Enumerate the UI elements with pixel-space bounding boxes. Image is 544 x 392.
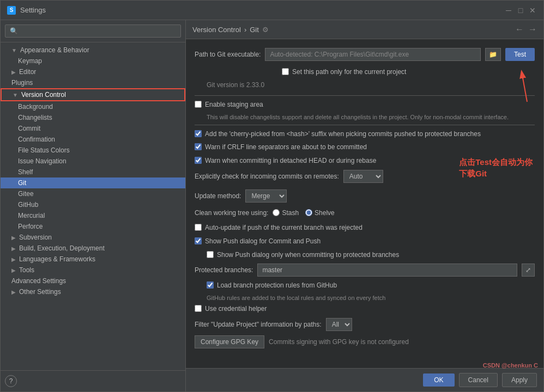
sidebar-item-label: Git [18,179,26,187]
staging-sublabel: This will disable changelists support an… [207,114,535,120]
sidebar-item-gitee[interactable]: Gitee [1,188,185,199]
update-method-label: Update method: [195,192,241,200]
sidebar-item-build-execution[interactable]: ▶ Build, Execution, Deployment [1,243,185,254]
panel-container: Version Control › Git ⚙ ← → Path to Git … [186,20,543,391]
set-path-checkbox[interactable] [282,68,289,75]
sidebar-item-label: Perforce [18,223,43,230]
warn-detached-row: Warn when committing in detached HEAD or… [195,156,535,166]
protected-branches-expand-button[interactable]: ⤢ [522,264,535,277]
gpg-row: Configure GPG Key Commits signing with G… [195,335,535,348]
ok-button[interactable]: OK [423,373,454,387]
show-push-dialog-label: Show Push dialog for Commit and Push [205,237,321,246]
configure-gpg-button[interactable]: Configure GPG Key [195,335,264,348]
breadcrumb: Version Control › Git ⚙ [192,26,269,34]
shelve-radio[interactable] [305,209,312,216]
sidebar-item-perforce[interactable]: Perforce [1,221,185,232]
sidebar-item-label: Tools [19,266,34,274]
stash-radio-label[interactable]: Stash [273,209,299,217]
use-credential-helper-checkbox[interactable] [195,305,202,312]
sidebar-item-advanced-settings[interactable]: Advanced Settings [1,275,185,286]
sidebar: ▼ Appearance & Behavior Keymap ▶ Editor … [1,20,186,391]
path-to-git-row: Path to Git executable: 📁 Test [195,48,535,61]
browse-button[interactable]: 📁 [485,48,501,61]
sidebar-item-background[interactable]: Background [1,101,185,112]
maximize-button[interactable]: □ [516,6,525,15]
sidebar-item-appearance[interactable]: ▼ Appearance & Behavior [1,45,185,56]
auto-update-row: Auto-update if push of the current branc… [195,223,535,232]
load-branch-protection-label: Load branch protection rules from GitHub [217,281,337,290]
sidebar-item-label: Editor [19,68,36,76]
show-push-dialog-protected-row: Show Push dialog only when committing to… [207,250,535,260]
sidebar-item-editor[interactable]: ▶ Editor [1,66,185,77]
sidebar-item-plugins[interactable]: Plugins [1,77,185,88]
sidebar-item-label: Confirmation [18,136,55,143]
warn-detached-checkbox[interactable] [195,157,202,164]
apply-button[interactable]: Apply [502,373,537,387]
sidebar-item-version-control[interactable]: ▼ Version Control [1,88,185,101]
close-button[interactable]: ✕ [528,6,537,15]
back-button[interactable]: ← [515,24,524,34]
cancel-button[interactable]: Cancel [459,373,498,387]
breadcrumb-part2: Git [250,26,259,34]
breadcrumb-part1: Version Control [192,26,241,34]
sidebar-item-other-settings[interactable]: ▶ Other Settings [1,286,185,297]
auto-update-checkbox[interactable] [195,224,202,231]
stash-radio[interactable] [273,209,280,216]
path-input[interactable] [265,48,481,61]
sidebar-item-git[interactable]: Git [1,177,185,188]
load-branch-protection-checkbox[interactable] [207,281,214,289]
sidebar-item-issue-navigation[interactable]: Issue Navigation [1,156,185,167]
enable-staging-checkbox[interactable] [195,101,202,108]
filter-select[interactable]: All [326,318,352,331]
minimize-button[interactable]: ─ [504,6,513,15]
expand-icon: ▶ [11,69,16,75]
check-incoming-select[interactable]: Auto Always Never [343,170,383,183]
sidebar-item-tools[interactable]: ▶ Tools [1,265,185,275]
path-label: Path to Git executable: [195,51,261,58]
show-push-dialog-checkbox[interactable] [195,237,202,244]
show-push-dialog-protected-checkbox[interactable] [207,251,214,258]
sidebar-item-mercurial[interactable]: Mercurial [1,210,185,221]
help-button[interactable]: ? [5,375,17,387]
header-nav: ← → [515,24,537,34]
sidebar-item-commit[interactable]: Commit [1,123,185,134]
filter-label: Filter "Update Project" information by p… [195,321,322,328]
sidebar-item-shelf[interactable]: Shelf [1,167,185,177]
protected-branches-input[interactable] [257,264,517,277]
sidebar-item-label: Build, Execution, Deployment [19,244,105,252]
cherry-pick-checkbox[interactable] [195,130,202,137]
sidebar-item-label: Version Control [21,91,66,99]
clean-working-tree-label: Clean working tree using: [195,209,268,217]
sidebar-item-label: Subversion [19,234,52,241]
expand-icon: ▶ [11,267,16,273]
github-rules-note: GitHub rules are added to the local rule… [207,295,535,301]
gpg-note: Commits signing with GPG key is not conf… [269,338,409,346]
enable-staging-row: Enable staging area [195,100,535,109]
sidebar-item-subversion[interactable]: ▶ Subversion [1,232,185,243]
forward-button[interactable]: → [528,24,537,34]
sidebar-footer: ? [1,370,185,391]
shelve-radio-label[interactable]: Shelve [305,209,335,217]
search-box [1,20,185,42]
load-branch-protection-row: Load branch protection rules from GitHub [207,281,535,290]
sidebar-item-changelists[interactable]: Changelists [1,112,185,123]
sidebar-item-label: Issue Navigation [18,157,67,165]
sidebar-item-languages[interactable]: ▶ Languages & Frameworks [1,254,185,265]
show-push-dialog-row: Show Push dialog for Commit and Push [195,237,535,246]
use-credential-helper-row: Use credential helper [195,304,535,314]
sidebar-item-file-status-colors[interactable]: File Status Colors [1,145,185,156]
search-input[interactable] [5,24,181,38]
sidebar-item-confirmation[interactable]: Confirmation [1,134,185,145]
sidebar-item-label: Gitee [18,190,34,198]
sidebar-item-label: File Status Colors [18,146,70,154]
auto-update-label: Auto-update if push of the current branc… [205,223,362,232]
update-method-row: Update method: Merge Rebase [195,189,535,203]
update-method-select[interactable]: Merge Rebase [245,189,287,203]
sidebar-item-github[interactable]: GitHub [1,199,185,210]
sidebar-item-label: Languages & Frameworks [19,255,95,263]
warn-crlf-checkbox[interactable] [195,143,202,150]
sidebar-item-keymap[interactable]: Keymap [1,56,185,66]
sidebar-tree: ▼ Appearance & Behavior Keymap ▶ Editor … [1,42,185,370]
test-button[interactable]: Test [505,48,535,61]
warn-crlf-row: Warn if CRLF line separators are about t… [195,143,535,152]
